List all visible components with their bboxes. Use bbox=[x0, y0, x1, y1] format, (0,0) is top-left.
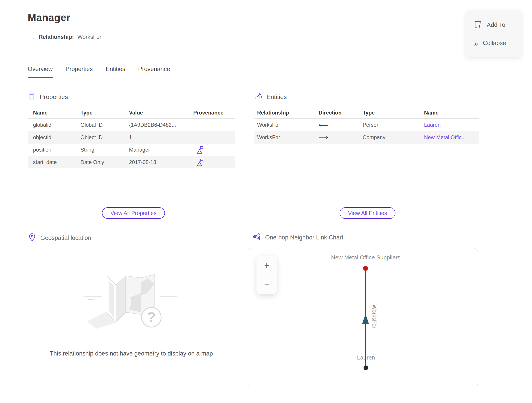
relationship-subtitle: → Relationship: WorksFor bbox=[28, 33, 101, 40]
page-title: Manager bbox=[28, 12, 70, 24]
table-row: WorksFor ⟵ Person Lauren bbox=[254, 119, 479, 131]
column-header: Relationship bbox=[254, 110, 316, 116]
chart-node-company[interactable] bbox=[363, 266, 368, 271]
map-placeholder-illustration: ? bbox=[73, 262, 184, 342]
property-type: Global ID bbox=[75, 122, 124, 128]
property-type: String bbox=[75, 147, 124, 153]
geospatial-section-title: Geospatial location bbox=[40, 234, 91, 241]
entities-section-header: Entities bbox=[254, 92, 287, 101]
direction-arrow-icon: ⟶ bbox=[316, 134, 360, 141]
tab-properties[interactable]: Properties bbox=[66, 66, 93, 78]
chart-node-label: New Metal Office Suppliers bbox=[331, 254, 400, 261]
link-chart-canvas[interactable]: + − WorksFor New Metal Office Suppliers … bbox=[248, 248, 478, 387]
collapse-label: Collapse bbox=[483, 40, 506, 47]
link-chart-section-title: One-hop Neighbor Link Chart bbox=[265, 234, 343, 241]
add-to-button[interactable]: Add To bbox=[474, 20, 521, 30]
properties-section-header: Properties bbox=[28, 92, 68, 101]
tab-overview[interactable]: Overview bbox=[28, 66, 53, 78]
column-header: Direction bbox=[316, 110, 360, 116]
property-value: 1 bbox=[124, 134, 188, 141]
table-row: WorksFor ⟶ Company New Metal Offic... bbox=[254, 131, 479, 143]
zoom-out-button[interactable]: − bbox=[256, 275, 277, 294]
add-to-icon bbox=[474, 20, 481, 30]
entities-icon bbox=[254, 92, 262, 101]
link-chart-icon bbox=[253, 233, 260, 242]
actions-panel: Add To » Collapse bbox=[466, 11, 521, 57]
zoom-in-button[interactable]: + bbox=[256, 256, 277, 275]
property-name: start_date bbox=[28, 159, 75, 165]
no-geometry-message: This relationship does not have geometry… bbox=[28, 350, 235, 357]
geospatial-section-header: Geospatial location bbox=[29, 233, 91, 243]
tab-entities[interactable]: Entities bbox=[106, 66, 126, 78]
tab-provenance[interactable]: Provenance bbox=[138, 66, 170, 78]
relationship-type-value: WorksFor bbox=[77, 34, 101, 40]
direction-arrow-icon: ⟵ bbox=[316, 121, 360, 129]
entity-relationship: WorksFor bbox=[254, 134, 316, 141]
entity-type: Company bbox=[360, 134, 421, 141]
entity-name-link[interactable]: Lauren bbox=[424, 122, 441, 128]
properties-section-title: Properties bbox=[40, 93, 68, 101]
map-pin-icon bbox=[29, 233, 35, 243]
property-value: 2017-08-18 bbox=[124, 159, 188, 165]
column-header: Name bbox=[28, 110, 75, 116]
entity-relationship: WorksFor bbox=[254, 122, 316, 128]
chart-node-person[interactable] bbox=[364, 365, 368, 370]
property-name: globalid bbox=[28, 122, 75, 128]
view-all-properties-button[interactable]: View All Properties bbox=[102, 207, 165, 219]
collapse-button[interactable]: » Collapse bbox=[474, 39, 521, 47]
relationship-detail-page: Manager → Relationship: WorksFor Add To … bbox=[0, 0, 532, 403]
provenance-flag-icon[interactable] bbox=[196, 145, 204, 154]
property-provenance bbox=[188, 158, 235, 167]
tab-bar: Overview Properties Entities Provenance bbox=[28, 66, 170, 78]
link-chart-section-header: One-hop Neighbor Link Chart bbox=[253, 233, 343, 242]
chart-node-label: Lauren bbox=[357, 354, 375, 361]
table-row: start_date Date Only 2017-08-18 bbox=[28, 156, 235, 169]
properties-table: Name Type Value Provenance globalid Glob… bbox=[28, 107, 235, 169]
property-provenance bbox=[188, 145, 235, 154]
column-header: Value bbox=[124, 110, 188, 116]
properties-icon bbox=[28, 92, 35, 101]
column-header: Provenance bbox=[188, 110, 235, 116]
table-row: globalid Global ID {1A9DB2B6-D482... bbox=[28, 119, 235, 131]
zoom-control: + − bbox=[256, 256, 277, 294]
column-header: Name bbox=[421, 110, 479, 116]
table-row: position String Manager bbox=[28, 143, 235, 156]
view-all-entities-button[interactable]: View All Entities bbox=[340, 207, 395, 219]
entities-table: Relationship Direction Type Name WorksFo… bbox=[254, 107, 479, 143]
add-to-label: Add To bbox=[487, 21, 505, 28]
entity-type: Person bbox=[360, 122, 421, 128]
property-value: {1A9DB2B6-D482... bbox=[124, 122, 188, 128]
property-value: Manager bbox=[124, 147, 188, 153]
property-type: Object ID bbox=[75, 134, 124, 141]
entities-section-title: Entities bbox=[266, 93, 287, 101]
relationship-arrow-icon: → bbox=[28, 33, 35, 40]
column-header: Type bbox=[360, 110, 421, 116]
properties-table-header: Name Type Value Provenance bbox=[28, 107, 235, 119]
chart-edge-label: WorksFor bbox=[371, 305, 378, 328]
property-type: Date Only bbox=[75, 159, 124, 165]
collapse-icon: » bbox=[474, 39, 477, 47]
entities-table-header: Relationship Direction Type Name bbox=[254, 107, 479, 119]
relationship-type-label: Relationship: bbox=[39, 34, 74, 40]
property-name: position bbox=[28, 147, 75, 153]
column-header: Type bbox=[75, 110, 124, 116]
entity-name-link[interactable]: New Metal Offic... bbox=[424, 134, 466, 140]
chart-edge-arrowhead-icon bbox=[362, 314, 369, 324]
map-question-mark: ? bbox=[147, 309, 156, 325]
provenance-flag-icon[interactable] bbox=[196, 158, 204, 167]
table-row: objectid Object ID 1 bbox=[28, 131, 235, 143]
property-name: objectid bbox=[28, 134, 75, 141]
